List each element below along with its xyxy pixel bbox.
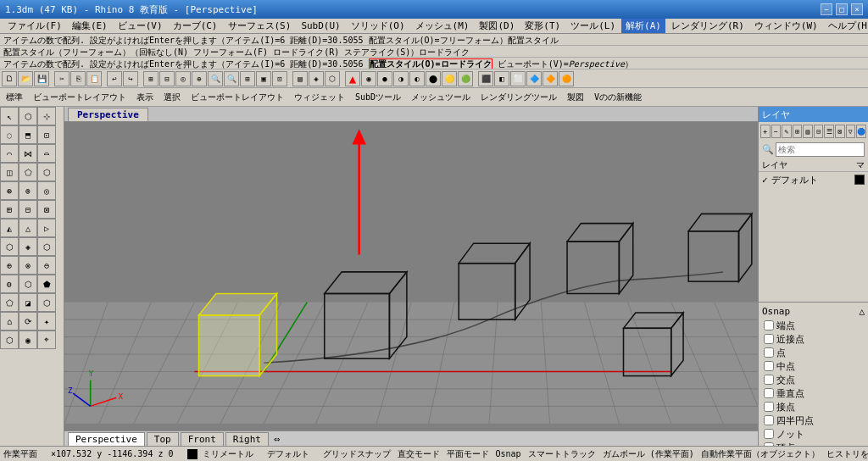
toolbar-b8[interactable]: ▣ (256, 71, 271, 86)
toolbar-copy[interactable]: ⎘ (70, 71, 86, 86)
left-tool-2[interactable]: ⬡ (19, 107, 37, 125)
left-tool-19[interactable]: ◭ (0, 219, 19, 237)
toolbar-b3[interactable]: ◎ (175, 71, 191, 86)
toolbar-b23[interactable]: ⬜ (510, 71, 526, 86)
minimize-button[interactable]: − (821, 3, 832, 15)
left-tool-7[interactable]: ⌒ (0, 144, 19, 163)
left-tool-6[interactable]: ⊡ (37, 125, 56, 144)
osnap-quad-check[interactable] (764, 415, 774, 425)
tab-perspective[interactable]: Perspective (68, 432, 145, 446)
viewport-canvas[interactable]: X Y Z (64, 122, 758, 430)
status-ortho[interactable]: 直交モード (398, 448, 440, 460)
osnap-collapse[interactable]: △ (859, 306, 865, 317)
toolbar-b6[interactable]: 🔍 (224, 71, 239, 86)
subtoolbar-subd[interactable]: SubDツール (353, 91, 403, 104)
toolbar-b1[interactable]: ⊞ (143, 71, 159, 86)
tab-top[interactable]: Top (147, 432, 179, 446)
subtoolbar-new-features[interactable]: Vのの新機能 (592, 91, 644, 104)
toolbar-b18[interactable]: ⬤ (426, 71, 441, 86)
status-gumball[interactable]: ガムボール (作業平面) (603, 448, 694, 460)
toolbar-paste[interactable]: 📋 (86, 71, 102, 86)
toolbar-b19[interactable]: 🟡 (442, 71, 457, 86)
osnap-perpendicular-check[interactable] (764, 388, 774, 398)
osnap-near-check[interactable] (764, 334, 774, 344)
subtoolbar-render[interactable]: レンダリングツール (478, 91, 559, 104)
panel-btn-9[interactable]: ▽ (846, 125, 856, 138)
perspective-tab[interactable]: Perspective (68, 108, 148, 121)
menu-solid[interactable]: ソリッド(O) (347, 19, 409, 33)
left-tool-22[interactable]: ⬡ (0, 237, 19, 256)
osnap-midpoint-check[interactable] (764, 361, 774, 371)
menu-curve[interactable]: カーブ(C) (169, 19, 222, 33)
menu-drafting[interactable]: 製図(D) (475, 19, 519, 33)
left-tool-32[interactable]: ◪ (19, 293, 37, 312)
left-tool-21[interactable]: ▷ (37, 219, 56, 237)
left-tool-38[interactable]: ◉ (19, 330, 37, 349)
close-button[interactable]: × (851, 3, 863, 15)
subtoolbar-drafting[interactable]: 製図 (565, 91, 587, 104)
status-osnap[interactable]: Osnap (496, 449, 521, 458)
layer-color-default[interactable] (854, 175, 865, 185)
panel-btn-5[interactable]: ▤ (803, 125, 813, 138)
toolbar-new[interactable]: 🗋 (2, 71, 17, 86)
subtoolbar-widget[interactable]: ウィジェット (292, 91, 348, 104)
left-tool-13[interactable]: ⊛ (0, 181, 19, 200)
left-tool-24[interactable]: ⬡ (37, 237, 56, 256)
toolbar-b10[interactable]: ▤ (292, 71, 308, 86)
subtoolbar-viewport2[interactable]: ビューポートレイアウト (188, 91, 287, 104)
toolbar-undo[interactable]: ↩ (107, 71, 122, 86)
left-tool-14[interactable]: ⊚ (19, 181, 37, 200)
toolbar-open[interactable]: 📂 (18, 71, 33, 86)
toolbar-b15[interactable]: ● (377, 71, 392, 86)
toolbar-b12[interactable]: ⬡ (325, 71, 340, 86)
panel-btn-1[interactable]: + (760, 125, 771, 138)
status-planar[interactable]: 平面モード (447, 448, 489, 460)
toolbar-b17[interactable]: ◐ (409, 71, 425, 86)
left-tool-25[interactable]: ⊕ (0, 256, 19, 275)
menu-file[interactable]: ファイル(F) (3, 19, 66, 33)
status-grid[interactable]: グリッドスナップ (323, 448, 391, 460)
left-tool-17[interactable]: ⊟ (19, 200, 37, 219)
status-smarttrack[interactable]: スマートトラック (528, 448, 596, 460)
command-line-3[interactable]: アイテムの数で配列. 設定がよければEnterを押します（アイテム(I)=6 距… (0, 58, 868, 69)
osnap-endpoint-check[interactable] (764, 320, 774, 330)
toolbar-cut[interactable]: ✂ (54, 71, 70, 86)
subtoolbar-select[interactable]: 選択 (161, 91, 183, 104)
toolbar-b24[interactable]: 🔷 (526, 71, 542, 86)
left-tool-27[interactable]: ⊖ (37, 256, 56, 275)
toolbar-b26[interactable]: 🟠 (559, 71, 574, 86)
toolbar-b7[interactable]: ⊞ (240, 71, 255, 86)
menu-view[interactable]: ビュー(V) (114, 19, 167, 33)
panel-btn-3[interactable]: ✎ (782, 125, 792, 138)
left-tool-5[interactable]: ⬒ (19, 125, 37, 144)
left-tool-30[interactable]: ⬟ (37, 275, 56, 293)
toolbar-b25[interactable]: 🔶 (542, 71, 558, 86)
status-autoplane[interactable]: 自動作業平面（オブジェクト） (701, 448, 820, 460)
toolbar-b20[interactable]: 🟢 (458, 71, 473, 86)
toolbar-b2[interactable]: ⊟ (159, 71, 175, 86)
subtoolbar-display[interactable]: 表示 (134, 91, 156, 104)
left-tool-39[interactable]: ⌖ (37, 330, 56, 349)
menu-edit[interactable]: 編集(E) (68, 19, 112, 33)
toolbar-b14[interactable]: ◉ (361, 71, 376, 86)
menu-window[interactable]: ウィンドウ(W) (750, 19, 822, 33)
menu-render[interactable]: レンダリング(R) (667, 19, 748, 33)
toolbar-redo[interactable]: ↪ (123, 71, 138, 86)
panel-btn-10[interactable]: 🔵 (856, 125, 866, 138)
menu-help[interactable]: ヘルプ(H) (824, 19, 868, 33)
toolbar-b9[interactable]: ⊡ (272, 71, 287, 86)
toolbar-arrow-up[interactable]: ▲ (345, 71, 360, 86)
left-tool-37[interactable]: ⬡ (0, 330, 19, 349)
panel-btn-2[interactable]: − (771, 125, 782, 138)
left-tool-8[interactable]: ⋈ (19, 144, 37, 163)
osnap-intersection-check[interactable] (764, 375, 774, 385)
toolbar-b21[interactable]: ⬛ (478, 71, 493, 86)
toolbar-b4[interactable]: ⊕ (192, 71, 207, 86)
left-tool-4[interactable]: ◌ (0, 125, 19, 144)
layer-row-default[interactable]: ✓ デフォルト (759, 172, 868, 187)
tab-arrow[interactable]: ⇔ (274, 433, 280, 445)
left-tool-10[interactable]: ◫ (0, 163, 19, 181)
left-tool-1[interactable]: ↖ (0, 107, 19, 125)
left-tool-35[interactable]: ⟳ (19, 312, 37, 330)
menu-tools[interactable]: ツール(L) (566, 19, 620, 33)
